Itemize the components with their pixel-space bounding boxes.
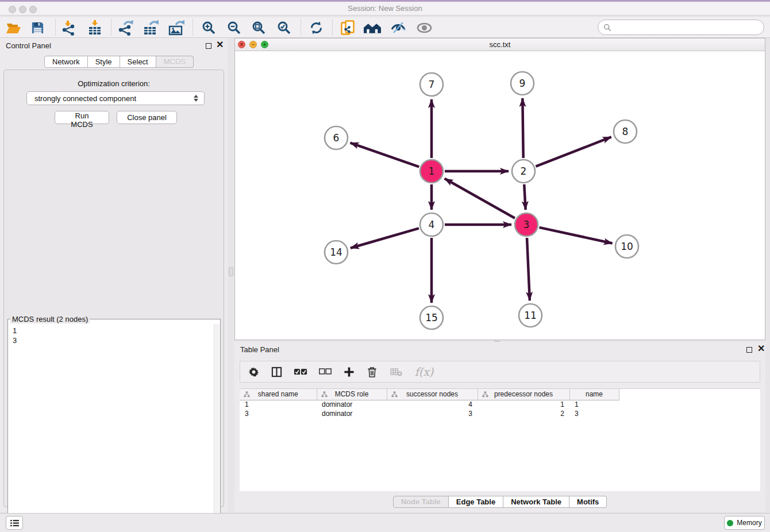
result-scrollbar[interactable] bbox=[214, 324, 220, 532]
float-panel-button[interactable] bbox=[206, 42, 211, 51]
edge-2-3[interactable] bbox=[524, 184, 525, 210]
table-cell[interactable]: 1 bbox=[478, 400, 569, 409]
mcds-result-list: 13 bbox=[13, 326, 17, 345]
column-header-name[interactable]: name bbox=[569, 389, 619, 400]
eye-icon bbox=[417, 22, 432, 33]
node-15[interactable]: 15 bbox=[420, 306, 443, 329]
vertical-splitter-handle[interactable] bbox=[229, 267, 233, 276]
zoom-selected-button[interactable] bbox=[275, 20, 292, 36]
edge-2-9[interactable] bbox=[522, 98, 523, 158]
table-row[interactable]: 3dominator323 bbox=[240, 409, 619, 418]
toggle-column-panel-button[interactable] bbox=[269, 363, 284, 380]
zoom-out-button[interactable] bbox=[225, 20, 242, 36]
column-header-predecessor-nodes[interactable]: predecessor nodes bbox=[478, 389, 569, 400]
toolbar-separator bbox=[332, 20, 333, 36]
table-cell[interactable]: dominator bbox=[317, 400, 387, 409]
memory-button[interactable]: Memory bbox=[724, 516, 765, 530]
run-mcds-button[interactable]: Run MCDS bbox=[55, 111, 109, 124]
edge-2-8[interactable] bbox=[536, 137, 611, 166]
delete-column-button[interactable] bbox=[364, 363, 379, 380]
export-table-button[interactable] bbox=[142, 20, 159, 36]
edge-1-6[interactable] bbox=[351, 143, 419, 167]
table-cell[interactable]: 1 bbox=[240, 400, 317, 409]
node-4[interactable]: 4 bbox=[420, 213, 443, 236]
edge-3-11[interactable] bbox=[527, 238, 530, 300]
export-network-button[interactable] bbox=[117, 20, 134, 36]
column-header-successor-nodes[interactable]: successor nodes bbox=[387, 389, 478, 400]
edge-3-1[interactable] bbox=[445, 179, 515, 218]
mcds-result-title: MCDS result (2 nodes) bbox=[10, 315, 90, 323]
node-label: 7 bbox=[429, 79, 435, 90]
node-8[interactable]: 8 bbox=[614, 120, 637, 143]
node-label: 3 bbox=[523, 219, 530, 230]
function-builder-button[interactable]: f(x) bbox=[413, 363, 436, 380]
edge-3-10[interactable] bbox=[539, 228, 612, 244]
float-table-panel-button[interactable] bbox=[746, 346, 752, 354]
search-input[interactable] bbox=[614, 22, 764, 33]
table-cell[interactable]: 3 bbox=[569, 409, 619, 418]
tab-edge-table[interactable]: Edge Table bbox=[449, 496, 503, 508]
table-settings-button[interactable] bbox=[246, 363, 261, 380]
import-network-button[interactable] bbox=[60, 20, 77, 36]
table-cell[interactable]: 1 bbox=[569, 400, 619, 409]
show-panels-button[interactable] bbox=[415, 20, 433, 36]
table-cell[interactable]: 4 bbox=[387, 400, 478, 409]
column-label: successor nodes bbox=[406, 390, 458, 398]
toolbar-separator bbox=[55, 20, 56, 36]
session-title: Session: New Session bbox=[0, 4, 770, 13]
node-2[interactable]: 2 bbox=[512, 160, 535, 183]
tab-motifs[interactable]: Motifs bbox=[569, 496, 607, 508]
mcds-result-box: MCDS result (2 nodes) 13 bbox=[7, 315, 221, 532]
task-history-button[interactable] bbox=[6, 516, 23, 530]
save-session-button[interactable] bbox=[29, 20, 46, 36]
tab-node-table[interactable]: Node Table bbox=[393, 496, 449, 508]
zoom-fit-button[interactable] bbox=[250, 20, 267, 36]
network-canvas[interactable]: 1234678910111415 bbox=[235, 51, 765, 340]
table-cell[interactable]: 2 bbox=[478, 409, 569, 418]
edge-4-14[interactable] bbox=[351, 228, 419, 248]
unselect-all-columns-button[interactable] bbox=[317, 363, 333, 380]
table-row[interactable]: 1dominator411 bbox=[240, 400, 619, 409]
export-image-button[interactable] bbox=[167, 20, 184, 36]
tab-network[interactable]: Network bbox=[44, 56, 88, 68]
node-3[interactable]: 3 bbox=[515, 213, 538, 236]
control-panel-tabs: NetworkStyleSelectMCDS bbox=[44, 56, 194, 68]
search-icon bbox=[603, 24, 611, 32]
close-table-panel-button[interactable]: ✕ bbox=[757, 345, 765, 353]
tab-network-table[interactable]: Network Table bbox=[503, 496, 569, 508]
tab-style[interactable]: Style bbox=[88, 56, 120, 68]
table-toolbar: f(x) bbox=[240, 361, 760, 383]
column-header-shared-name[interactable]: shared name bbox=[240, 389, 317, 400]
node-1[interactable]: 1 bbox=[420, 160, 443, 183]
global-search[interactable] bbox=[598, 20, 764, 35]
trash-icon bbox=[367, 367, 377, 377]
toolbar-separator bbox=[192, 20, 193, 36]
tab-mcds[interactable]: MCDS bbox=[156, 56, 194, 68]
clone-network-button[interactable] bbox=[339, 20, 356, 36]
open-session-button[interactable] bbox=[5, 20, 22, 36]
close-panel-button[interactable]: ✕ bbox=[216, 41, 224, 49]
close-panel-action-button[interactable]: Close panel bbox=[117, 111, 177, 124]
table-cell[interactable]: 3 bbox=[387, 409, 478, 418]
import-table-button[interactable] bbox=[86, 20, 103, 36]
delete-table-button[interactable] bbox=[387, 363, 405, 380]
node-11[interactable]: 11 bbox=[519, 304, 542, 327]
table-cell[interactable]: dominator bbox=[317, 409, 387, 418]
network-window-titlebar[interactable]: × – + scc.txt bbox=[235, 38, 765, 51]
node-label: 8 bbox=[622, 126, 629, 137]
column-header-MCDS-role[interactable]: MCDS role bbox=[317, 389, 387, 400]
criterion-dropdown[interactable]: strongly connected component bbox=[26, 91, 205, 105]
node-10[interactable]: 10 bbox=[615, 235, 638, 258]
select-all-columns-button[interactable] bbox=[292, 363, 309, 380]
node-7[interactable]: 7 bbox=[420, 73, 443, 96]
tab-select[interactable]: Select bbox=[120, 56, 156, 68]
hide-panels-button[interactable] bbox=[390, 20, 407, 36]
node-14[interactable]: 14 bbox=[325, 241, 348, 264]
node-9[interactable]: 9 bbox=[511, 72, 534, 95]
create-column-button[interactable] bbox=[341, 363, 356, 380]
node-6[interactable]: 6 bbox=[325, 126, 348, 149]
table-cell[interactable]: 3 bbox=[240, 409, 317, 418]
zoom-in-button[interactable] bbox=[200, 20, 217, 36]
home-apply-layout-button[interactable] bbox=[364, 20, 381, 36]
refresh-view-button[interactable] bbox=[307, 20, 325, 36]
